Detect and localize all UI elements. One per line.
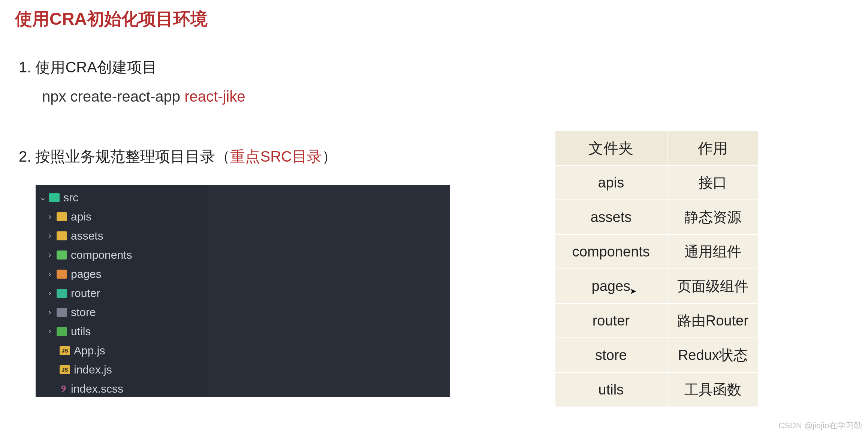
chevron-right-icon: › [47,231,53,241]
tree-item-label: utils [71,325,91,338]
section1-heading: 1. 使用CRA创建项目 [19,57,853,78]
table-cell-use: 工具函数 [667,372,759,407]
table-row: pages 页面级组件 [555,269,759,303]
table-row: router 路由Router [555,303,759,338]
chevron-right-icon: › [47,269,53,279]
tree-item[interactable]: › pages [36,264,208,284]
table-cell-use: 接口 [667,165,759,200]
section2-suffix: ） [322,148,337,165]
folder-icon [57,289,67,298]
table-cell-folder: store [555,338,667,372]
table-cell-use: 路由Router [667,303,759,338]
js-file-icon: JS [60,346,70,355]
table-cell-use: 静态资源 [667,200,759,234]
folder-icon [57,270,67,279]
section2-highlight: 重点SRC目录 [230,148,322,165]
folder-icon [49,193,60,202]
table-cell-folder: assets [555,200,667,234]
table-cell-folder: pages [555,269,667,303]
table-cell-folder: components [555,234,667,269]
tree-root-row[interactable]: ⌄ src [36,188,208,207]
tree-item-label: App.js [74,344,105,357]
tree-item[interactable]: JS index.js [36,360,208,379]
page-title: 使用CRA初始化项目环境 [15,8,853,31]
folder-icon [57,327,67,336]
description-table: 文件夹 作用 apis 接口 assets 静态资源 components 通用… [555,130,759,407]
tree-item-label: apis [71,210,91,223]
table-row: apis 接口 [555,165,759,200]
table-cell-use: 页面级组件 [667,269,759,303]
chevron-right-icon: › [47,327,53,336]
chevron-right-icon: › [47,308,53,317]
chevron-right-icon: › [47,250,53,260]
table-row: components 通用组件 [555,234,759,269]
folder-icon [57,250,67,260]
tree-item[interactable]: › components [36,245,208,264]
tree-item-label: router [71,287,100,300]
tree-root-label: src [63,191,78,204]
tree-item[interactable]: JS App.js [36,341,208,360]
section2-heading: 2. 按照业务规范整理项目目录（重点SRC目录） [19,146,450,167]
scss-file-icon: ୨ [60,384,67,393]
table-header-use: 作用 [667,131,759,165]
tree-item[interactable]: › utils [36,322,208,341]
folder-icon [57,231,67,240]
chevron-down-icon: ⌄ [39,193,45,202]
table-cell-folder: utils [555,372,667,407]
table-row: utils 工具函数 [555,372,759,407]
command-line: npx create-react-app react-jike [42,88,853,105]
table-row: assets 静态资源 [555,200,759,234]
tree-item-label: store [71,306,96,319]
command-prefix: npx create-react-app [42,88,184,105]
table-cell-use: Redux状态 [667,338,759,372]
tree-item-label: index.scss [71,382,123,395]
section2-prefix: 2. 按照业务规范整理项目目录（ [19,148,230,165]
table-cell-folder: router [555,303,667,338]
tree-item-label: assets [71,230,103,242]
tree-item-label: components [71,249,132,261]
tree-item[interactable]: › assets [36,226,208,245]
tree-item-label: index.js [74,363,112,376]
watermark: CSDN @jiojio在学习勒 [778,420,862,431]
chevron-right-icon: › [47,212,53,222]
chevron-right-icon: › [47,288,53,298]
tree-item[interactable]: › router [36,284,208,303]
tree-panel[interactable]: ⌄ src › apis › assets › componen [36,185,208,397]
tree-item[interactable]: › apis [36,207,208,226]
folder-icon [57,212,67,221]
editor-area [208,185,450,397]
js-file-icon: JS [60,365,70,374]
tree-item[interactable]: ୨ index.scss [36,379,208,398]
tree-item-label: pages [71,268,102,280]
folder-icon [57,308,67,317]
table-header-folder: 文件夹 [555,131,667,165]
table-header-row: 文件夹 作用 [555,131,759,165]
file-tree: ⌄ src › apis › assets › componen [36,185,450,397]
table-cell-folder: apis [555,165,667,200]
table-row: store Redux状态 [555,338,759,372]
table-cell-use: 通用组件 [667,234,759,269]
tree-item[interactable]: › store [36,303,208,322]
command-highlight: react-jike [184,88,245,105]
